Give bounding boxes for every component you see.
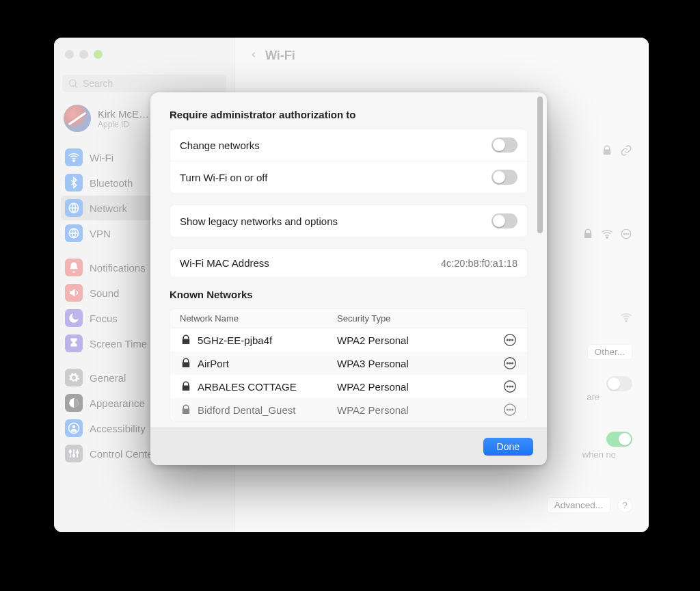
network-security: WPA2 Personal [337, 334, 502, 346]
svg-point-21 [507, 339, 508, 341]
network-row[interactable]: ARBALES COTTAGE WPA2 Personal [170, 375, 527, 398]
change-networks-label: Change networks [180, 140, 260, 151]
wifi-advanced-sheet: Require administrator authorization to C… [150, 92, 547, 465]
turn-wifi-label: Turn Wi-Fi on or off [180, 172, 267, 183]
change-networks-row: Change networks [170, 129, 527, 161]
lock-icon [180, 380, 192, 393]
lock-icon [180, 357, 192, 369]
network-security: WPA3 Personal [337, 358, 502, 369]
mac-address-group: Wi-Fi MAC Address 4c:20:b8:f0:a1:18 [170, 248, 528, 278]
admin-auth-group: Change networks Turn Wi-Fi on or off [170, 129, 528, 194]
svg-point-25 [507, 363, 508, 364]
column-network-name[interactable]: Network Name [180, 313, 337, 324]
sheet-body: Require administrator authorization to C… [150, 92, 547, 428]
turn-wifi-toggle[interactable] [492, 170, 517, 185]
svg-point-31 [512, 386, 513, 387]
network-row[interactable]: 5GHz-EE-pjba4f WPA2 Personal [170, 328, 527, 352]
done-button[interactable]: Done [483, 438, 533, 456]
sheet-footer: Done [150, 428, 547, 465]
show-legacy-label: Show legacy networks and options [180, 215, 338, 227]
svg-point-26 [509, 363, 511, 364]
svg-point-30 [509, 386, 511, 387]
mac-address-value: 4c:20:b8:f0:a1:18 [441, 258, 517, 269]
turn-wifi-row: Turn Wi-Fi on or off [170, 161, 527, 193]
more-icon[interactable] [502, 332, 517, 347]
svg-point-35 [512, 409, 513, 410]
more-icon[interactable] [502, 379, 517, 394]
network-name: ARBALES COTTAGE [198, 381, 297, 393]
svg-point-34 [509, 409, 511, 410]
show-legacy-toggle[interactable] [492, 213, 517, 228]
mac-address-row: Wi-Fi MAC Address 4c:20:b8:f0:a1:18 [170, 249, 527, 277]
change-networks-toggle[interactable] [492, 137, 517, 153]
network-name: AirPort [198, 358, 229, 369]
admin-auth-section-title: Require administrator authorization to [170, 109, 528, 120]
mac-address-label: Wi-Fi MAC Address [180, 257, 269, 269]
more-icon[interactable] [502, 356, 517, 371]
legacy-group: Show legacy networks and options [170, 205, 528, 237]
show-legacy-row: Show legacy networks and options [170, 205, 527, 237]
network-name: Bidford Dental_Guest [198, 404, 295, 416]
network-name: 5GHz-EE-pjba4f [198, 334, 272, 346]
svg-point-33 [507, 409, 508, 410]
svg-point-23 [512, 339, 513, 341]
known-networks-header-row: Network Name Security Type [170, 309, 527, 328]
network-security: WPA2 Personal [337, 381, 502, 393]
lock-icon [180, 334, 192, 346]
svg-point-29 [507, 386, 508, 387]
lock-icon [180, 404, 192, 416]
network-row[interactable]: Bidford Dental_Guest WPA2 Personal [170, 398, 527, 421]
known-networks-title: Known Networks [170, 289, 528, 300]
svg-point-27 [512, 363, 513, 364]
sheet-scrollbar[interactable] [537, 96, 543, 233]
more-icon[interactable] [502, 402, 517, 417]
column-security-type[interactable]: Security Type [337, 313, 517, 324]
network-security: WPA2 Personal [337, 404, 502, 416]
svg-point-22 [509, 339, 511, 341]
known-networks-table: Network Name Security Type 5GHz-EE-pjba4… [170, 308, 528, 422]
network-row[interactable]: AirPort WPA3 Personal [170, 352, 527, 375]
